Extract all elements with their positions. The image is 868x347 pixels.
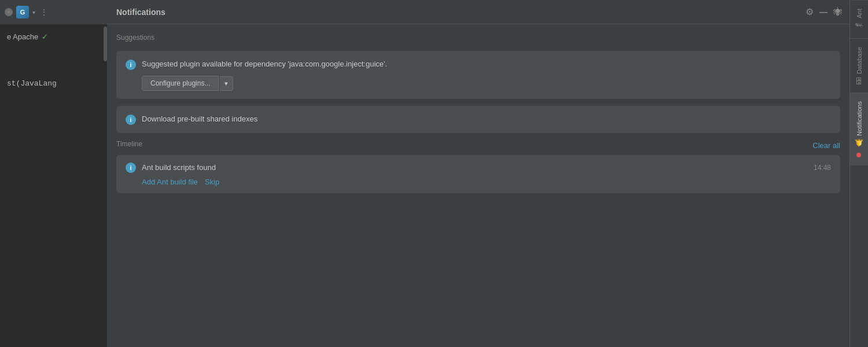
header-actions: ⚙ — 🕷: [806, 6, 843, 17]
scrollbar-track: [104, 24, 107, 347]
notifications-body: Suggestions i Suggested plugin available…: [107, 24, 849, 347]
panel-title: Notifications: [116, 8, 165, 17]
database-tab-icon: 🗄: [855, 77, 863, 84]
plugin-notification-text: Suggested plugin available for dependenc…: [142, 59, 387, 69]
indexes-notification-row: i Download pre-built shared indexes: [126, 114, 831, 125]
apache-label: e Apache: [7, 32, 38, 41]
left-panel: × G ▾ ⋮ e Apache ✓ st(JavaLang: [0, 0, 107, 347]
ant-tab-label: Ant: [856, 9, 863, 19]
indexes-notification-text: Download pre-built shared indexes: [142, 114, 258, 124]
configure-btn-wrapper: Configure plugins... ▾: [142, 76, 831, 91]
suggestion-card-indexes: i Download pre-built shared indexes: [116, 106, 840, 133]
timeline-left: i Ant build scripts found: [126, 162, 216, 173]
sidebar-tab-ant[interactable]: 🐜 Ant: [850, 0, 868, 38]
timeline-row: i Ant build scripts found 14:48: [126, 162, 831, 173]
sidebar-tab-database[interactable]: 🗄 Database: [850, 38, 868, 93]
skip-link[interactable]: Skip: [205, 178, 219, 186]
kebab-menu-icon[interactable]: ⋮: [40, 8, 48, 17]
apache-row: e Apache ✓: [0, 29, 107, 45]
clear-all-button[interactable]: Clear all: [812, 141, 840, 150]
timeline-card-ant: i Ant build scripts found 14:48 Add Ant …: [116, 155, 840, 193]
dropdown-arrow-icon[interactable]: ▾: [32, 9, 35, 16]
code-text: st(JavaLang: [0, 45, 107, 88]
info-icon-ant: i: [126, 163, 136, 173]
sidebar-tab-notifications[interactable]: 🔔 Notifications: [850, 93, 868, 165]
suggestions-label: Suggestions: [116, 34, 840, 42]
spider-icon[interactable]: 🕷: [833, 7, 843, 17]
timestamp: 14:48: [814, 164, 831, 172]
info-icon-plugin: i: [126, 60, 136, 70]
notifications-tab-label: Notifications: [856, 101, 863, 136]
checkmark-icon: ✓: [42, 32, 48, 41]
top-bar: × G ▾ ⋮: [0, 0, 107, 24]
ide-logo: G: [16, 6, 29, 19]
notifications-panel: Notifications ⚙ — 🕷 Suggestions i Sugges…: [107, 0, 849, 347]
close-button[interactable]: ×: [5, 8, 13, 16]
timeline-section: Timeline Clear all i Ant build scripts f…: [116, 140, 840, 193]
notifications-tab-icon: 🔔: [855, 139, 863, 147]
plugin-notification-row: i Suggested plugin available for depende…: [126, 59, 831, 70]
settings-icon[interactable]: ⚙: [806, 6, 814, 17]
right-sidebar: 🐜 Ant 🗄 Database 🔔 Notifications: [849, 0, 868, 347]
timeline-actions: Add Ant build file Skip: [142, 178, 831, 186]
add-ant-build-file-link[interactable]: Add Ant build file: [142, 178, 198, 186]
suggestion-card-plugin: i Suggested plugin available for depende…: [116, 51, 840, 99]
timeline-label: Timeline: [116, 140, 142, 148]
database-tab-label: Database: [856, 47, 863, 74]
scrollbar-thumb[interactable]: [104, 27, 107, 61]
configure-dropdown-button[interactable]: ▾: [220, 76, 233, 91]
ant-scripts-title: Ant build scripts found: [142, 163, 216, 172]
configure-plugins-button[interactable]: Configure plugins...: [142, 76, 219, 91]
minimize-icon[interactable]: —: [819, 8, 827, 17]
ant-tab-icon: 🐜: [855, 21, 863, 30]
timeline-header: Timeline Clear all: [116, 140, 840, 150]
info-icon-indexes: i: [126, 115, 136, 125]
left-content: e Apache ✓ st(JavaLang: [0, 24, 107, 93]
notifications-header: Notifications ⚙ — 🕷: [107, 0, 849, 24]
notification-badge: [857, 153, 862, 157]
